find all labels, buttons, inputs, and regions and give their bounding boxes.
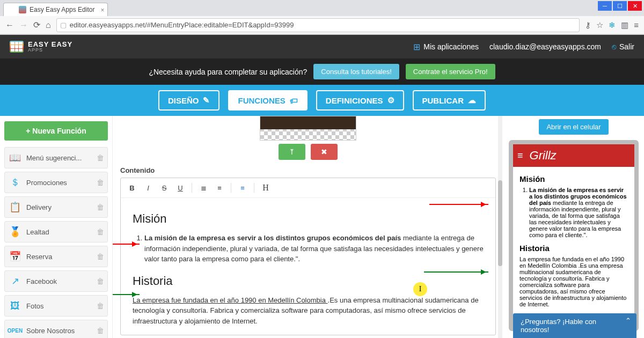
sidebar-item-menu[interactable]: 📖Menú sugerenci...🗑 (4, 147, 108, 168)
sidebar-item-label: Sobre Nosotros (26, 327, 75, 335)
star-icon[interactable]: ☆ (596, 20, 603, 30)
list-ul-button[interactable]: ≣ (196, 181, 210, 194)
share-icon: ↗ (9, 275, 21, 287)
sidebar-item-facebook[interactable]: ↗Facebook🗑 (4, 270, 108, 292)
rich-editor: B I S U ≣ ≡ ≡ H Misión La misión de la e… (120, 178, 496, 335)
help-question: ¿Necesita ayuda para completar su aplica… (149, 68, 307, 76)
trash-icon[interactable]: 🗑 (97, 277, 104, 285)
strike-button[interactable]: S (157, 181, 171, 194)
sidebar-item-delivery[interactable]: 📋Delivery🗑 (4, 196, 108, 218)
logo[interactable]: EASY EASY APPS (10, 41, 72, 53)
tutorials-button[interactable]: Consulta los tutoriales! (313, 64, 399, 79)
tab-design[interactable]: DISEÑO✎ (158, 90, 220, 111)
addr-actions: ⚷ ☆ ❄ ▥ ≡ (585, 20, 639, 30)
tag-icon: 🏷 (290, 96, 298, 105)
preview-panel: Abrir en el celular ≡ Grillz Misión La m… (503, 116, 644, 338)
sidebar-item-sobre[interactable]: OPENSobre Nosotros🗑 (4, 320, 108, 338)
trash-icon[interactable]: 🗑 (97, 178, 104, 187)
my-apps-label: Mis aplicaciones (423, 42, 479, 51)
open-mobile-button[interactable]: Abrir en el celular (539, 119, 608, 135)
image-actions: ⤒ ✖ (120, 144, 496, 160)
remove-image-button[interactable]: ✖ (311, 144, 338, 160)
trash-icon[interactable]: 🗑 (97, 203, 104, 211)
italic-button[interactable]: I (141, 181, 155, 194)
close-icon[interactable]: × (100, 6, 104, 14)
forward-icon[interactable]: → (19, 20, 28, 30)
trash-icon[interactable]: 🗑 (97, 153, 104, 162)
minimize-button[interactable]: ─ (598, 1, 612, 11)
tab-functions-label: FUNCIONES (238, 96, 285, 105)
sidebar-item-reserva[interactable]: 📅Reserva🗑 (4, 246, 108, 267)
url-text: editor.easyeasyapps.net/#MenuEntryPlace:… (70, 21, 294, 29)
maximize-button[interactable]: ☐ (613, 1, 627, 11)
mision-bold: La misión de la empresa es servir a los … (144, 234, 401, 242)
tab-definitions-label: DEFINICIONES (326, 96, 383, 105)
scrollbar-thumb[interactable] (498, 180, 502, 266)
tab-functions[interactable]: FUNCIONES🏷 (228, 90, 307, 111)
window-controls: ─ ☐ ✕ (598, 1, 642, 11)
reload-icon[interactable]: ⟳ (33, 20, 40, 30)
user-email[interactable]: claudio.diaz@easyeasyapps.com (489, 42, 601, 51)
sidebar-item-fotos[interactable]: 🖼Fotos🗑 (4, 295, 108, 317)
ext2-icon[interactable]: ▥ (621, 20, 628, 30)
separator (254, 183, 254, 193)
chat-widget[interactable]: ¿Preguntas? ¡Hable con nosotros! (513, 313, 636, 338)
heading-mision: Misión (133, 210, 484, 227)
historia-underline: La empresa fue fundada en el año 1990 en… (133, 296, 328, 304)
sidebar-item-label: Lealtad (26, 228, 49, 236)
tab-favicon (19, 6, 26, 13)
heading-historia: Historia (133, 272, 484, 290)
trash-icon[interactable]: 🗑 (97, 227, 104, 236)
sidebar-item-label: Promociones (26, 179, 67, 187)
sidebar-item-lealtad[interactable]: 🏅Lealtad🗑 (4, 221, 108, 243)
text-cursor-highlight: I (413, 282, 427, 296)
phone-body[interactable]: Misión La misión de la empresa es servir… (513, 167, 634, 327)
list-ol-button[interactable]: ≡ (213, 181, 226, 194)
url-input[interactable]: ▢ editor.easyeasyapps.net/#MenuEntryPlac… (56, 18, 580, 32)
back-icon[interactable]: ← (5, 20, 14, 30)
grid-icon: ⊞ (413, 42, 420, 52)
underline-button[interactable]: U (173, 181, 187, 194)
save-row: Guardar (120, 335, 496, 338)
hamburger-icon[interactable]: ≡ (517, 150, 523, 161)
header-right: ⊞Mis aplicaciones claudio.diaz@easyeasya… (413, 42, 634, 52)
trash-icon[interactable]: 🗑 (97, 302, 104, 310)
logout-link[interactable]: ⎋Salir (612, 42, 634, 51)
ext-icon[interactable]: ❄ (609, 20, 616, 30)
heading-button[interactable]: H (259, 181, 273, 194)
align-button[interactable]: ≡ (236, 181, 250, 194)
phone-brand: Grillz (530, 149, 557, 163)
trash-icon[interactable]: 🗑 (97, 326, 104, 335)
sidebar-item-promociones[interactable]: ＄Promociones🗑 (4, 172, 108, 193)
separator (231, 183, 231, 193)
menu-icon[interactable]: ≡ (634, 20, 639, 30)
sidebar-item-label: Fotos (26, 302, 44, 310)
tab-publish[interactable]: PUBLICAR☁ (413, 90, 486, 111)
trash-icon[interactable]: 🗑 (97, 252, 104, 261)
image-preview (260, 116, 356, 141)
home-icon[interactable]: ⌂ (46, 20, 51, 30)
browser-tab[interactable]: Easy Easy Apps Editor × (3, 3, 108, 16)
upload-button[interactable]: ⤒ (279, 144, 305, 160)
pro-service-button[interactable]: Contrate el servicio Pro! (406, 64, 495, 79)
open-icon: OPEN (9, 325, 21, 336)
page-icon: ▢ (60, 21, 67, 29)
photos-icon: 🖼 (9, 300, 21, 312)
bold-button[interactable]: B (125, 181, 139, 194)
historia-text: La empresa fue fundada en el año 1990 en… (133, 295, 484, 327)
my-apps-link[interactable]: ⊞Mis aplicaciones (413, 42, 479, 52)
separator (192, 183, 192, 193)
tab-publish-label: PUBLICAR (422, 96, 464, 105)
editor-content[interactable]: Misión La misión de la empresa es servir… (121, 198, 495, 335)
cloud-upload-icon: ☁ (468, 95, 476, 105)
brand-sub: APPS (28, 48, 72, 53)
phone-heading-historia: Historia (519, 244, 628, 253)
tab-definitions[interactable]: DEFINICIONES⚙ (316, 90, 404, 111)
phone-frame: ≡ Grillz Misión La misión de la empresa … (509, 140, 639, 331)
key-icon[interactable]: ⚷ (585, 20, 591, 30)
annotation-arrow-red-left (113, 244, 140, 245)
new-function-button[interactable]: + Nueva Función (4, 121, 108, 141)
logout-icon: ⎋ (612, 42, 616, 51)
window-close-button[interactable]: ✕ (628, 1, 642, 11)
nav-tabs: DISEÑO✎ FUNCIONES🏷 DEFINICIONES⚙ PUBLICA… (0, 85, 644, 116)
